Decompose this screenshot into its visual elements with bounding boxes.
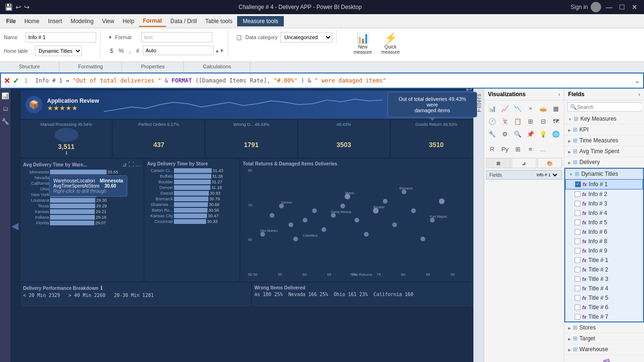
viz-icon-custom1[interactable]: 🔧 [486, 128, 498, 140]
menu-view[interactable]: View [98, 16, 118, 26]
viz-icon-bar[interactable]: 📊 [486, 102, 498, 115]
datacategory-select[interactable]: Uncategorized [281, 32, 332, 42]
signin-label[interactable]: Sign in [570, 4, 588, 10]
fields-search-box[interactable]: 🔍 [567, 102, 641, 112]
viz-icon-matrix[interactable]: ⊟ [537, 115, 549, 127]
group-time-header[interactable]: Time Measures [564, 135, 644, 146]
chart1-more-icon[interactable]: … [135, 161, 141, 168]
viz-icon-scatter[interactable]: ⚬ [524, 102, 537, 115]
viz-icon-more[interactable]: … [537, 143, 549, 155]
viz-icon-custom3[interactable]: 🔍 [512, 128, 524, 140]
canvas-left-arrow[interactable]: ◀ [11, 220, 18, 231]
hometable-select[interactable]: Dynamic Titles [35, 46, 82, 56]
menu-format[interactable]: Format [139, 16, 166, 27]
formula-confirm-btn[interactable]: ✓ [13, 76, 19, 85]
viz-icon-slicer[interactable]: ≡ [524, 143, 537, 155]
chart-scatter[interactable]: Total Returns & Damaged Items Deliveries… [240, 159, 482, 281]
viz-icon-custom2[interactable]: ⚙ [499, 128, 511, 140]
hash-symbol[interactable]: # [134, 46, 141, 55]
field-info6[interactable]: Info # 6 [565, 227, 643, 237]
user-avatar[interactable] [591, 2, 601, 12]
group-stores-header[interactable]: Stores [564, 322, 644, 333]
field-title1[interactable]: Title # 1 [565, 255, 643, 265]
menu-datadrill[interactable]: Data / Drill [167, 16, 201, 26]
chart1-expand-icon[interactable]: ⛶ [128, 161, 134, 168]
minimize-btn[interactable]: — [604, 3, 614, 11]
menu-insert[interactable]: Insert [44, 16, 66, 26]
field-info9[interactable]: Info # 9 [565, 246, 643, 255]
viz-format-tab[interactable]: 🎨 [537, 158, 562, 168]
formula-close-btn[interactable]: ✕ [4, 76, 10, 85]
viz-icon-kpi[interactable]: 📋 [512, 115, 524, 127]
chart1-filter-icon[interactable]: ⊿ [122, 161, 127, 168]
dollar-symbol[interactable]: $ [108, 46, 115, 55]
new-measure-btn[interactable]: 📊 Newmeasure [350, 31, 376, 57]
field-info4[interactable]: Info # 4 [565, 208, 643, 218]
field-title7[interactable]: Title # 7 [565, 312, 643, 321]
group-dynamic-header[interactable]: Dynamic Titles [565, 169, 643, 179]
formula-input[interactable]: Info # 1 = "Out of total deliveries " & … [33, 77, 632, 84]
viz-icon-map[interactable]: 🗺 [550, 115, 562, 127]
viz-expand-icon[interactable]: › [558, 91, 560, 97]
group-delivery-header[interactable]: Delivery [564, 157, 644, 167]
field-info1[interactable]: Info # 1 [565, 179, 643, 189]
field-info2[interactable]: Info # 2 [565, 189, 643, 199]
info-icon-bottom[interactable]: ℹ [100, 285, 102, 291]
viz-icon-py[interactable]: Py [499, 143, 511, 155]
percent-symbol[interactable]: % [116, 46, 126, 55]
viz-icon-card[interactable]: 🃏 [499, 115, 511, 127]
field-info5[interactable]: Info # 5 [565, 218, 643, 227]
viz-icon-area[interactable]: 📉 [512, 102, 524, 115]
menu-tabletools[interactable]: Table tools [202, 16, 236, 26]
viz-icon-table[interactable]: ⊞ [524, 115, 537, 127]
viz-icon-custom5[interactable]: 💡 [537, 128, 549, 140]
field-title5[interactable]: Title # 5 [565, 293, 643, 303]
viz-icon-treemap[interactable]: ▦ [550, 102, 562, 115]
viz-icon-line[interactable]: 📈 [499, 102, 511, 115]
fields-select[interactable]: Info # 1 [535, 172, 559, 178]
field-title4[interactable]: Title # 4 [565, 284, 643, 293]
quick-access-save[interactable]: 💾 [5, 3, 13, 11]
chart-delivery-warehouse[interactable]: Avg Delivery Time by Ware... ⊿ ⛶ … Minne… [21, 159, 143, 281]
auto-arrow[interactable]: ▲▼ [215, 48, 224, 53]
menu-help[interactable]: Help [119, 16, 138, 26]
field-info3[interactable]: Info # 3 [565, 199, 643, 208]
undo-arrow[interactable]: ↩ [466, 89, 472, 94]
chart-delivery-store[interactable]: Avg Delivery Time by Store Carson Ci... … [145, 159, 239, 281]
viz-icon-qr[interactable]: ⊞ [512, 143, 524, 155]
viz-icon-r1[interactable]: R [486, 143, 498, 155]
group-avg-time-header[interactable]: Avg Time Spent [564, 146, 644, 156]
menu-file[interactable]: File [2, 16, 20, 26]
name-input[interactable] [25, 32, 96, 42]
viz-fields-tab[interactable]: ⊞ [486, 158, 511, 168]
left-icon-1[interactable]: 📊 [0, 91, 10, 100]
fields-expand-icon[interactable]: › [638, 91, 640, 97]
field-title2[interactable]: Title # 2 [565, 265, 643, 274]
viz-icon-gauge[interactable]: 🕐 [486, 115, 498, 127]
left-icon-2[interactable]: 🗂 [1, 104, 9, 113]
formula-expand-btn[interactable]: ⌄ [635, 77, 640, 84]
fields-search-input[interactable] [577, 104, 642, 110]
left-icon-3[interactable]: 🔧 [0, 117, 10, 126]
format-input[interactable] [141, 32, 212, 42]
group-warehouse-header[interactable]: Warehouse [564, 344, 644, 354]
close-btn[interactable]: ✕ [630, 3, 639, 11]
quick-access-redo[interactable]: ↪ [24, 3, 30, 11]
menu-measuretools[interactable]: Measure tools [237, 16, 284, 26]
viz-filter-tab[interactable]: ⊿ [512, 158, 536, 168]
subscribe-logo[interactable]: 🧬 SUBSCRIBE [568, 359, 640, 362]
group-target-header[interactable]: Target [564, 333, 644, 344]
auto-input[interactable] [143, 46, 214, 55]
field-info8[interactable]: Info # 8 [565, 237, 643, 246]
group-key-measures-header[interactable]: Key Measures [564, 114, 644, 124]
viz-icon-custom4[interactable]: 📌 [524, 128, 537, 140]
filters-sidebar[interactable]: Filters [473, 89, 484, 362]
quick-access-undo[interactable]: ↩ [16, 3, 21, 11]
menu-home[interactable]: Home [21, 16, 43, 26]
group-kpi-header[interactable]: KPI [564, 124, 644, 135]
fields-dropzone[interactable]: Fields Info # 1 [486, 170, 562, 180]
kpi-1-info[interactable]: ℹ [24, 150, 109, 156]
menu-modeling[interactable]: Modeling [67, 16, 98, 26]
viz-icon-custom6[interactable]: 🌐 [550, 128, 562, 140]
field-title6[interactable]: Title # 6 [565, 303, 643, 312]
